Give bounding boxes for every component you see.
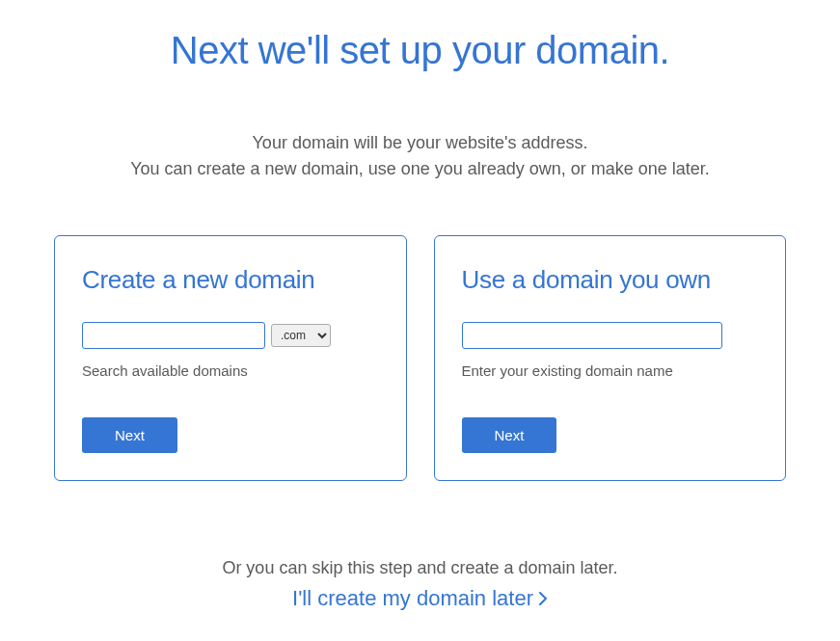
own-domain-card: Use a domain you own Enter your existing… [434,235,787,481]
new-domain-input[interactable] [82,322,265,349]
chevron-right-icon [539,592,548,605]
own-domain-helper: Enter your existing domain name [462,362,759,379]
skip-link[interactable]: I'll create my domain later [292,586,548,611]
skip-block: Or you can skip this step and create a d… [54,558,786,611]
own-domain-title: Use a domain you own [462,265,759,295]
page-container: Next we'll set up your domain. Your doma… [0,0,840,611]
skip-text: Or you can skip this step and create a d… [54,558,786,578]
create-domain-input-row: .com [82,322,379,349]
own-domain-next-button[interactable]: Next [462,417,557,453]
tld-select[interactable]: .com [271,324,331,347]
create-domain-title: Create a new domain [82,265,379,295]
create-domain-next-button[interactable]: Next [82,417,177,453]
subtitle-line-2: You can create a new domain, use one you… [54,156,786,182]
create-domain-helper: Search available domains [82,362,379,379]
subtitle-block: Your domain will be your website's addre… [54,130,786,182]
page-title: Next we'll set up your domain. [54,29,786,72]
own-domain-input-row [462,322,759,349]
create-domain-card: Create a new domain .com Search availabl… [54,235,407,481]
subtitle-line-1: Your domain will be your website's addre… [54,130,786,156]
cards-row: Create a new domain .com Search availabl… [54,235,786,481]
skip-link-label: I'll create my domain later [292,586,533,611]
existing-domain-input[interactable] [462,322,722,349]
